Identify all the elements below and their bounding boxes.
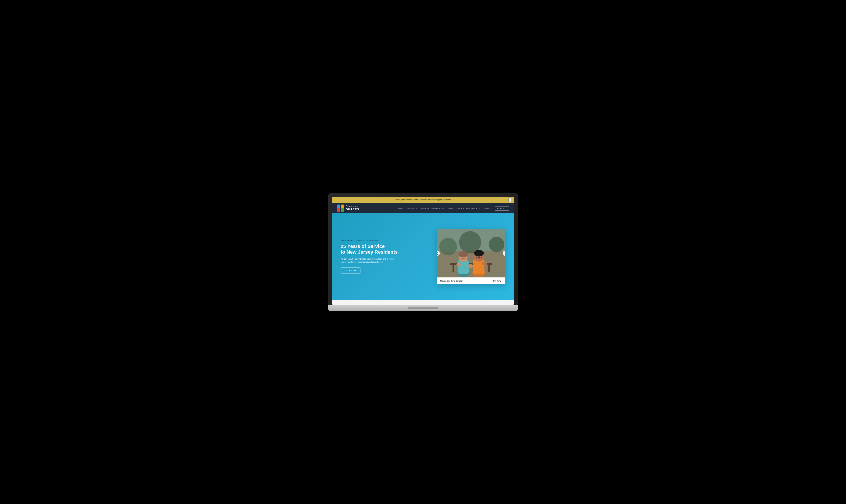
logo-icon-q3 — [337, 208, 340, 212]
logo-line1: New Jersey — [346, 205, 359, 208]
nav-link-contact[interactable]: CONTACT — [495, 206, 509, 211]
nav-link-news[interactable]: NEWS — [448, 208, 453, 210]
nav-link-about[interactable]: ABOUT — [398, 208, 405, 210]
chevron-right-icon: › — [501, 280, 502, 282]
hero-content: 25TH ANNIVERSARY CELEBRATION 25 Years of… — [340, 240, 416, 274]
nav-link-get-help[interactable]: GET HELP — [407, 208, 417, 210]
logo[interactable]: New Jersey SHARES — [337, 204, 359, 212]
nav-item-about[interactable]: ABOUT — [398, 206, 405, 210]
svg-rect-6 — [453, 265, 454, 272]
nav-links: ABOUT GET HELP COMMUNITY RESOURCES NEWS — [398, 206, 509, 210]
hero-title-line2: to New Jersey Residents — [340, 249, 398, 255]
svg-rect-7 — [488, 265, 490, 272]
hero-description: For 25 years, NJ SHARES has been offerin… — [340, 258, 398, 264]
nav-link-community-resources[interactable]: COMMUNITY RESOURCES — [420, 208, 445, 210]
announcement-close-button[interactable]: + — [509, 198, 511, 202]
website: Lorem ipsum dolor sit amet, consetetur s… — [332, 197, 514, 305]
logo-icon-q1 — [337, 204, 340, 208]
donation-label: Make a One-Time Donation — [440, 280, 463, 282]
nav-item-donate[interactable]: DONATE — [484, 206, 492, 210]
footer-strip — [332, 300, 514, 305]
give-now-link[interactable]: Give Now › — [492, 280, 502, 282]
svg-point-3 — [489, 237, 504, 252]
svg-rect-10 — [457, 263, 461, 266]
svg-point-12 — [458, 251, 468, 257]
give-now-link-text: Give Now — [492, 280, 501, 282]
hero-subtitle: 25TH ANNIVERSARY CELEBRATION — [340, 240, 416, 242]
logo-line2: SHARES — [346, 208, 359, 211]
laptop-screen: Lorem ipsum dolor sit amet, consetetur s… — [332, 197, 514, 305]
nav-item-contact[interactable]: CONTACT — [495, 206, 509, 210]
svg-point-21 — [468, 264, 473, 268]
hero-title: 25 Years of Service to New Jersey Reside… — [340, 244, 416, 255]
hero-illustration — [437, 229, 506, 277]
announcement-bar: Lorem ipsum dolor sit amet, consetetur s… — [332, 197, 514, 203]
logo-icon-q2 — [341, 204, 344, 208]
laptop-notch — [408, 307, 438, 309]
nav-item-community-resources[interactable]: COMMUNITY RESOURCES — [420, 206, 445, 210]
logo-text: New Jersey SHARES — [346, 205, 359, 211]
announcement-text: Lorem ipsum dolor sit amet, consetetur s… — [394, 199, 452, 201]
hero-image-card: ❮ ❯ Make a One-Time Donation Give Now › — [437, 229, 506, 284]
logo-icon — [337, 204, 344, 212]
svg-point-17 — [474, 250, 484, 256]
logo-icon-q4 — [341, 208, 344, 212]
nav-item-news[interactable]: NEWS — [448, 206, 453, 210]
hero-title-line1: 25 Years of Service — [340, 244, 385, 249]
hero-image: ❮ ❯ — [437, 229, 506, 277]
nav-item-get-help[interactable]: GET HELP — [407, 206, 417, 210]
svg-point-2 — [439, 238, 457, 255]
hero-image-area: ❮ ❯ Make a One-Time Donation Give Now › — [437, 229, 506, 284]
nav-link-donate[interactable]: DONATE — [484, 208, 492, 210]
nav-item-administration-portal[interactable]: ADMINISTRATION PORTAL — [456, 206, 481, 210]
nav-link-administration-portal[interactable]: ADMINISTRATION PORTAL — [456, 208, 481, 210]
svg-point-4 — [459, 231, 481, 253]
laptop-mockup: Lorem ipsum dolor sit amet, consetetur s… — [324, 189, 522, 316]
svg-rect-15 — [482, 263, 487, 265]
screen-bezel: Lorem ipsum dolor sit amet, consetetur s… — [328, 193, 518, 305]
give-now-button[interactable]: GIVE NOW — [340, 268, 360, 273]
laptop-base — [328, 305, 518, 311]
donation-card-bottom: Make a One-Time Donation Give Now › — [437, 277, 506, 284]
hero-section: 25TH ANNIVERSARY CELEBRATION 25 Years of… — [332, 213, 514, 300]
svg-rect-14 — [473, 259, 484, 274]
navbar: New Jersey SHARES ABOUT GET HELP COMMUNI… — [332, 203, 514, 213]
